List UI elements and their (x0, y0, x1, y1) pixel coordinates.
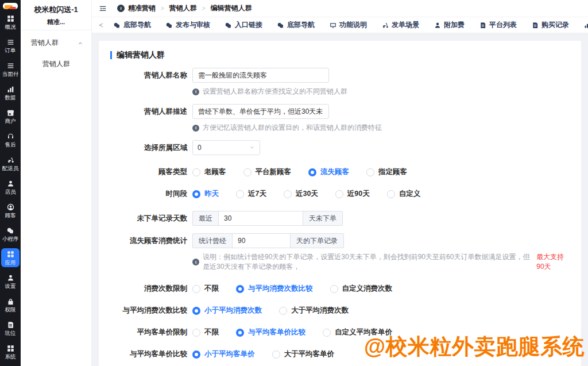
sidebar-header: 校米粒闪送-1 精准... (21, 0, 91, 30)
sidebar-item-data[interactable]: 数据 (1, 83, 20, 102)
tab-dispatch-scene[interactable]: 发单场景 (382, 20, 419, 30)
primary-sidebar: 概况 订单 当面付 数据 商户 售后 配送员 店员 顾客 小程序 应用 设置 权… (0, 0, 21, 366)
field-help-notice: i说明：例如统计曾经90天的下单记录，设置近30天未下单，则会找到前90天至前6… (192, 252, 570, 272)
sidebar-item-courier[interactable]: 配送员 (1, 154, 20, 173)
stat-days-input[interactable] (232, 233, 291, 248)
breadcrumb-item[interactable]: 精准营销 (128, 3, 156, 13)
sidebar-item-permissions[interactable]: 权限 (1, 295, 20, 314)
menu-fold-icon[interactable] (99, 5, 107, 13)
info-circle-icon: i (117, 5, 125, 12)
radio-icon (192, 307, 200, 315)
menu-group-marketing-crowd[interactable]: 营销人群 (21, 30, 91, 53)
radio-icon (243, 168, 252, 176)
radio-icon (308, 168, 316, 176)
person-icon (7, 274, 14, 282)
list-icon (7, 62, 14, 70)
input-suffix: 天未下单 (303, 211, 343, 226)
bar-chart-icon (584, 22, 588, 29)
sidebar-item-aftersale[interactable]: 售后 (1, 130, 20, 149)
field-label: 平均客单价限制 (110, 328, 187, 337)
grid-icon (7, 15, 14, 22)
sidebar-item-apps[interactable]: 应用 (1, 248, 20, 267)
lock-icon (7, 298, 14, 305)
app-logo[interactable] (3, 3, 18, 9)
radio-old-customer[interactable]: 老顾客 (192, 167, 226, 177)
breadcrumb-separator: > (202, 5, 206, 11)
tab-list: 底部导航 发布与审核 入口链接 底部导航 功能说明 发单场景 附加费 平台列表 … (114, 20, 588, 30)
content-area: 编辑营销人群 营销人群名称 i设置营销人群名称方便查找定义的不同营销人群 营销人… (92, 33, 588, 366)
field-label: 流失顾客消费统计 (110, 236, 187, 246)
headset-icon (7, 133, 14, 140)
tab-publish-review[interactable]: 发布与审核 (166, 20, 210, 30)
radio-less-than-avg-price[interactable]: 小于平均客单价 (192, 349, 255, 359)
person-icon (434, 22, 441, 29)
breadcrumb-item-current: 编辑营销人群 (211, 3, 252, 13)
radio-last-7-days[interactable]: 近7天 (236, 189, 266, 199)
sidebar-item-staff[interactable]: 店员 (1, 178, 20, 197)
sidebar-item-customer[interactable]: 顾客 (1, 201, 20, 220)
tab-finance-stats[interactable]: 财务统计 (584, 20, 588, 30)
tab-entry-link[interactable]: 入口链接 (225, 20, 262, 30)
tab-purchase-record[interactable]: 购买记录 (532, 20, 569, 30)
tab-feature-desc[interactable]: 功能说明 (330, 20, 367, 30)
breadcrumb-item[interactable]: 营销人群 (169, 3, 197, 13)
apps-icon (7, 251, 14, 258)
radio-icon (192, 168, 200, 176)
chevron-left-icon[interactable]: < (95, 21, 107, 29)
radio-no-limit-price[interactable]: 不限 (192, 328, 219, 337)
form-card: 编辑营销人群 营销人群名称 i设置营销人群名称方便查找定义的不同营销人群 营销人… (99, 41, 581, 366)
app-root: 概况 订单 当面付 数据 商户 售后 配送员 店员 顾客 小程序 应用 设置 权… (0, 0, 588, 366)
breadcrumb-bar: i 精准营销 > 营销人群 > 编辑营销人群 (92, 0, 588, 17)
sidebar-item-facepay[interactable]: 当面付 (1, 60, 20, 79)
radio-specified-customer[interactable]: 指定顾客 (366, 167, 407, 177)
main-area: i 精准营销 > 营销人群 > 编辑营销人群 < 底部导航 发布与审核 入口链接… (92, 0, 588, 366)
chevron-up-icon (78, 40, 83, 46)
sidebar-item-slot[interactable]: 坑位 (1, 319, 20, 338)
radio-compare-avg-count[interactable]: 与平均消费次数比较 (236, 284, 313, 294)
radio-custom-avg-price[interactable]: 自定义平均客单价 (323, 328, 392, 337)
sidebar-item-merchant[interactable]: 商户 (1, 107, 20, 126)
field-help: i设置营销人群名称方便查找定义的不同营销人群 (192, 87, 570, 97)
section-title: 编辑营销人群 (110, 50, 570, 60)
field-label: 营销人群名称 (110, 71, 187, 80)
sidebar-item-orders[interactable]: 订单 (1, 36, 20, 55)
sidebar-item-settings[interactable]: 设置 (1, 272, 20, 291)
radio-icon (366, 168, 374, 176)
menu-item-marketing-crowd[interactable]: 营销人群 (21, 53, 91, 75)
crowd-desc-input[interactable] (192, 104, 329, 119)
tab-surcharge[interactable]: 附加费 (434, 20, 465, 30)
radio-last-30-days[interactable]: 近30天 (284, 189, 318, 199)
document-icon (479, 22, 486, 29)
radio-greater-than-avg-count[interactable]: 大于平均消费次数 (279, 306, 349, 315)
radio-custom-period[interactable]: 自定义 (387, 189, 421, 199)
radio-no-limit[interactable]: 不限 (192, 284, 219, 294)
sidebar-item-overview[interactable]: 概况 (1, 13, 20, 32)
sidebar-item-system[interactable]: 系统 (1, 342, 20, 361)
info-circle-icon: i (192, 259, 199, 265)
crowd-name-input[interactable] (192, 68, 329, 83)
tab-bottom-nav[interactable]: 底部导航 (114, 20, 151, 30)
radio-icon (335, 190, 343, 198)
field-label: 消费次数限制 (110, 284, 187, 294)
input-prefix: 统计曾经 (192, 233, 232, 248)
radio-new-customer[interactable]: 平台新顾客 (243, 167, 292, 177)
radio-yesterday[interactable]: 昨天 (192, 189, 219, 199)
tab-bottom-nav-2[interactable]: 底部导航 (277, 20, 315, 30)
chevron-down-icon (249, 145, 255, 151)
radio-icon (192, 285, 200, 293)
region-select[interactable]: 0 (192, 140, 260, 155)
radio-icon (236, 190, 244, 198)
sidebar-item-miniprogram[interactable]: 小程序 (1, 225, 20, 244)
radio-greater-than-avg-price[interactable]: 大于平均客单价 (272, 349, 335, 359)
radio-less-than-avg-count[interactable]: 小于平均消费次数 (192, 306, 262, 315)
list-icon (7, 38, 14, 46)
radio-last-90-days[interactable]: 近90天 (335, 189, 370, 199)
radio-icon (330, 285, 338, 293)
no-order-days-input[interactable] (218, 211, 303, 226)
tab-platform-list[interactable]: 平台列表 (479, 20, 517, 30)
radio-compare-avg-price[interactable]: 与平均客单价比较 (236, 328, 305, 337)
secondary-sidebar: 校米粒闪送-1 精准... 营销人群 营销人群 (21, 0, 92, 366)
bubbles-icon (114, 22, 121, 29)
radio-custom-count[interactable]: 自定义消费次数 (330, 284, 393, 294)
radio-lost-customer[interactable]: 流失顾客 (308, 167, 349, 177)
